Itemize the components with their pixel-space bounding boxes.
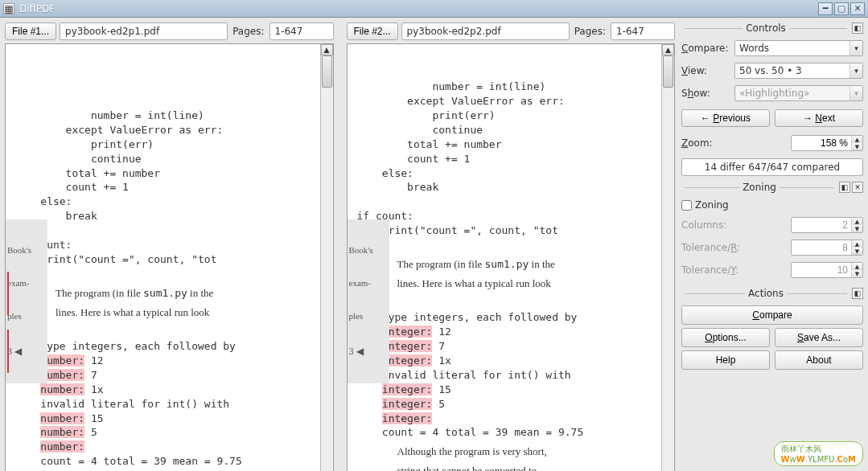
watermark: 雨林丫木风 WwW.YLMFU.CoMWwW.YLMFU.CoM	[774, 441, 863, 466]
left-viewer: Book's exam- ples 3 ◀ number = int(line)…	[5, 43, 334, 471]
spin-down-icon[interactable]: ▼	[852, 225, 862, 232]
show-label: Show:	[681, 88, 731, 99]
scroll-up-icon[interactable]: ▲	[662, 44, 674, 55]
tolerance-r-label: Tolerance/R:	[681, 242, 754, 253]
zoom-input[interactable]	[792, 136, 851, 150]
view-combo[interactable]: 50 vs. 50 • 3▾	[734, 63, 863, 79]
diff-word: integer:	[382, 354, 433, 367]
options-button[interactable]: Options...Options...	[681, 328, 770, 347]
diff-word: integer:	[382, 398, 433, 410]
diff-word: number:	[40, 440, 84, 453]
tolerance-y-label: Tolerance/Y:	[681, 264, 754, 276]
window-title: DiffPDF	[19, 3, 818, 14]
diff-word: number:	[40, 383, 84, 395]
tolerance-r-spinbox[interactable]: ▲▼	[791, 240, 863, 256]
file2-name[interactable]: py3book-ed2p2.pdf	[401, 23, 570, 40]
show-combo[interactable]: «Highlighting»▾	[734, 85, 863, 101]
columns-spinbox[interactable]: ▲▼	[791, 217, 863, 233]
diff-word: number:	[40, 412, 84, 424]
next-button[interactable]: → NextNext	[775, 109, 863, 127]
margin-note-left: Book's exam- ples 3 ◀	[6, 219, 47, 383]
diff-word: integer:	[382, 326, 433, 338]
right-vscrollbar[interactable]: ▲ ▼	[661, 44, 674, 471]
margin-note-right: Book's exam- ples 3 ◀	[348, 219, 389, 383]
zoom-spinbox[interactable]: ▲▼	[791, 135, 863, 151]
compare-combo[interactable]: Words▾	[734, 40, 863, 56]
spin-up-icon[interactable]: ▲	[852, 263, 862, 270]
scroll-thumb[interactable]	[322, 55, 332, 88]
spin-down-icon[interactable]: ▼	[852, 143, 862, 150]
zoning-detach-icon[interactable]: ◧	[839, 182, 850, 193]
right-viewer: Book's exam- ples 3 ◀ number = int(line)…	[347, 43, 676, 471]
maximize-button[interactable]: ▢	[834, 2, 849, 15]
diff-word: number:	[40, 426, 84, 438]
spin-up-icon[interactable]: ▲	[852, 240, 862, 248]
scroll-up-icon[interactable]: ▲	[321, 44, 333, 55]
compare-status: 14 differ 647/647 compared	[681, 158, 863, 176]
file2-pages-label: Pages:	[573, 26, 607, 37]
chevron-down-icon[interactable]: ▾	[849, 41, 862, 55]
compare-button[interactable]: CompareCompare	[681, 305, 863, 325]
scroll-thumb[interactable]	[663, 55, 673, 88]
help-button[interactable]: Help	[681, 350, 770, 370]
file2-pages[interactable]: 1-647	[611, 23, 675, 40]
zoning-close-icon[interactable]: ✕	[852, 182, 863, 193]
diff-marker	[7, 272, 9, 315]
app-icon: ▦	[3, 3, 14, 14]
spin-up-icon[interactable]: ▲	[852, 218, 862, 225]
file1-pages[interactable]: 1-647	[269, 23, 334, 40]
columns-label: Columns:	[681, 219, 754, 231]
controls-title: Controls	[746, 23, 786, 34]
spin-down-icon[interactable]: ▼	[852, 248, 862, 255]
actions-title: Actions	[748, 288, 784, 299]
compare-label: Compare:	[681, 43, 731, 54]
margin-nav-left[interactable]: 3 ◀	[7, 346, 44, 358]
left-page-content: Book's exam- ples 3 ◀ number = int(line)…	[6, 44, 320, 471]
file2-button[interactable]: File #2...	[347, 23, 398, 40]
file1-pages-label: Pages:	[231, 26, 265, 37]
titlebar: ▦ DiffPDF ━ ▢ ✕	[0, 0, 868, 18]
diff-word: integer:	[382, 340, 433, 352]
zoom-label: Zoom:	[681, 137, 731, 149]
diff-word: integer:	[382, 412, 433, 424]
chevron-down-icon[interactable]: ▾	[849, 86, 862, 100]
zoning-title: Zoning	[743, 182, 776, 193]
diff-word: integer:	[382, 383, 433, 395]
actions-detach-icon[interactable]: ◧	[852, 288, 863, 299]
file1-button[interactable]: File #1...	[5, 23, 56, 40]
margin-nav-right[interactable]: 3 ◀	[349, 346, 386, 358]
right-page-content: Book's exam- ples 3 ◀ number = int(line)…	[348, 44, 662, 471]
controls-panel: Controls ◧ Compare: Words▾ View: 50 vs. …	[678, 18, 868, 471]
spin-up-icon[interactable]: ▲	[852, 136, 862, 143]
view-label: View:	[681, 65, 731, 76]
close-button[interactable]: ✕	[850, 2, 865, 15]
minimize-button[interactable]: ━	[818, 2, 833, 15]
file1-name[interactable]: py3book-ed2p1.pdf	[60, 23, 228, 40]
tolerance-y-spinbox[interactable]: ▲▼	[791, 262, 863, 278]
zoning-checkbox-label: Zoning	[695, 199, 729, 211]
zoning-checkbox[interactable]	[681, 200, 692, 211]
left-vscrollbar[interactable]: ▲ ▼	[320, 44, 333, 471]
about-button[interactable]: About	[775, 350, 863, 370]
right-pane: File #2... py3book-ed2p2.pdf Pages: 1-64…	[342, 18, 679, 471]
spin-down-icon[interactable]: ▼	[852, 270, 862, 277]
previous-button[interactable]: ← PPreviousrevious	[681, 109, 770, 127]
left-pane: File #1... py3book-ed2p1.pdf Pages: 1-64…	[0, 18, 337, 471]
chevron-down-icon[interactable]: ▾	[849, 63, 862, 78]
saveas-button[interactable]: Save As...Save As...	[775, 328, 863, 347]
controls-detach-icon[interactable]: ◧	[852, 23, 863, 34]
diff-marker	[7, 330, 9, 373]
